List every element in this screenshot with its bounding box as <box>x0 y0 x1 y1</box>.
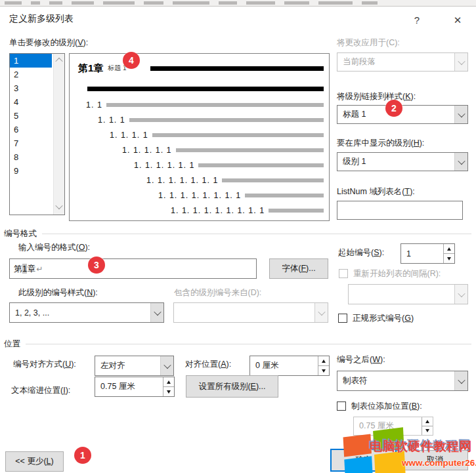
chevron-down-icon[interactable] <box>454 371 467 390</box>
close-icon[interactable]: ✕ <box>448 12 467 29</box>
apply-to-combobox: 当前段落 <box>337 52 468 72</box>
annotation-badge-2: 2 <box>385 100 402 117</box>
level-item-7[interactable]: 7 <box>10 136 52 150</box>
page-root: 定义新多级列表 ? ✕ 单击要修改的级别(V): 1 2 3 4 5 6 7 8… <box>0 0 476 473</box>
preview-row: 1. 1. 1. 1 <box>110 129 324 140</box>
restart-combobox <box>348 284 468 304</box>
preview-row: 1. 1. 1. 1. 1. 1. 1 <box>146 175 324 186</box>
gallery-level-label: 要在库中显示的级别(H): <box>337 138 424 149</box>
spin-up-icon[interactable] <box>444 244 454 253</box>
link-style-label: 将级别链接到样式(K): <box>337 91 416 102</box>
add-tab-stop-checkbox[interactable] <box>337 401 346 411</box>
preview-row: 1. 1. 1. 1. 1. 1 <box>134 159 324 171</box>
help-icon[interactable]: ? <box>407 12 427 29</box>
number-alignment-label: 编号对齐方式(U): <box>13 359 76 370</box>
level-item-5[interactable]: 5 <box>10 109 52 123</box>
background-ribbon-sliver <box>0 0 476 7</box>
format-label: 输入编号的格式(O): <box>18 242 90 253</box>
number-alignment-combobox[interactable]: 左对齐 <box>95 356 174 376</box>
list-preview: 第1章 标题 1 1. 1 1. 1. 1 1. 1. 1. 1 1. 1. 1… <box>69 53 330 221</box>
level-item-6[interactable]: 6 <box>10 123 52 136</box>
chevron-down-icon[interactable] <box>454 106 467 123</box>
scroll-down-icon[interactable] <box>55 202 62 209</box>
include-level-label: 包含的级别编号来自(D): <box>174 287 261 298</box>
position-group-header: 位置 <box>4 339 471 350</box>
preview-row: 1. 1. 1. 1. 1. 1. 1. 1. 1 <box>171 205 324 216</box>
level-item-1[interactable]: 1 <box>10 54 52 68</box>
chevron-down-icon[interactable] <box>150 303 163 322</box>
chevron-down-icon <box>314 303 328 322</box>
annotation-badge-3: 3 <box>88 257 105 274</box>
chevron-down-icon[interactable] <box>454 153 467 171</box>
level-item-8[interactable]: 8 <box>10 150 52 164</box>
spin-up-icon[interactable] <box>163 377 174 386</box>
legal-numbering-label: 正规形式编号(G) <box>353 313 414 324</box>
text-indent-label: 文本缩进位置(I): <box>11 385 70 396</box>
start-number-label: 起始编号(S): <box>338 247 384 258</box>
number-style-combobox[interactable]: 1, 2, 3, ... <box>9 302 164 323</box>
restart-label: 重新开始列表的间隔(R): <box>353 268 441 279</box>
aligned-at-label: 对齐位置(A): <box>185 359 231 370</box>
watermark-site-name: 电脑软硬件教程网 <box>370 438 471 455</box>
preview-row: 1. 1. 1. 1. 1. 1. 1. 1 <box>158 190 324 201</box>
preview-row: 1. 1 <box>86 99 324 110</box>
listnum-input[interactable] <box>337 201 463 220</box>
preview-level1-row: 第1章 标题 1 <box>78 60 324 76</box>
listnum-label: ListNum 域列表名(T): <box>337 186 415 197</box>
level-item-4[interactable]: 4 <box>10 95 52 109</box>
follow-number-combobox[interactable]: 制表符 <box>337 371 468 391</box>
apply-to-label: 将更改应用于(C): <box>337 37 400 49</box>
font-button[interactable]: 字体(F)... <box>269 258 328 279</box>
preview-level1-row2 <box>87 87 324 91</box>
restart-checkbox <box>339 269 348 278</box>
preview-level1-number: 第1章 <box>78 62 103 75</box>
spin-down-icon[interactable] <box>444 253 454 263</box>
aligned-at-spinner[interactable]: 0 厘米 <box>249 356 330 376</box>
annotation-badge-1: 1 <box>74 447 91 464</box>
spin-down-icon[interactable] <box>318 365 329 375</box>
level-listbox[interactable]: 1 2 3 4 5 6 7 8 9 <box>9 53 65 215</box>
include-level-combobox <box>173 302 328 323</box>
preview-row: 1. 1. 1. 1. 1 <box>122 144 324 155</box>
level-item-2[interactable]: 2 <box>10 68 52 81</box>
number-style-label: 此级别的编号样式(N): <box>18 287 98 298</box>
annotation-badge-4: 4 <box>123 52 140 69</box>
spin-up-icon <box>422 417 433 426</box>
chevron-down-icon[interactable] <box>160 356 173 375</box>
level-item-3[interactable]: 3 <box>10 81 52 95</box>
add-tab-stop-label: 制表位添加位置(B): <box>351 401 422 412</box>
return-mark-icon: ↵ <box>36 264 43 274</box>
scroll-up-icon[interactable] <box>55 58 62 65</box>
less-button[interactable]: << 更少(L) <box>5 451 64 472</box>
spin-down-icon[interactable] <box>163 386 174 396</box>
set-for-all-levels-button[interactable]: 设置所有级别(E)... <box>186 375 278 398</box>
start-number-spinner[interactable]: 1 <box>400 243 455 264</box>
preview-row: 1. 1. 1 <box>98 114 324 125</box>
follow-number-label: 编号之后(W): <box>337 354 385 365</box>
number-format-group-header: 编号格式 <box>4 228 471 239</box>
chevron-down-icon <box>454 53 467 71</box>
number-format-input[interactable]: 第1章↵ <box>9 258 257 279</box>
chevron-down-icon <box>454 285 467 304</box>
number-field-token: 1 <box>22 264 27 274</box>
dialog-title: 定义新多级列表 <box>9 13 74 25</box>
preview-text-bar <box>150 66 324 71</box>
legal-numbering-checkbox[interactable] <box>338 314 347 323</box>
link-style-combobox[interactable]: 标题 1 <box>337 105 468 124</box>
gallery-level-combobox[interactable]: 级别 1 <box>337 152 468 171</box>
spin-down-icon <box>422 426 433 435</box>
listbox-scrollbar[interactable] <box>53 54 64 215</box>
spin-up-icon[interactable] <box>318 356 329 365</box>
define-multilevel-list-dialog: 定义新多级列表 ? ✕ 单击要修改的级别(V): 1 2 3 4 5 6 7 8… <box>0 7 476 473</box>
watermark-site-url: www.computer26.com <box>402 458 476 468</box>
level-picker-label: 单击要修改的级别(V): <box>9 37 88 49</box>
level-item-9[interactable]: 9 <box>10 164 52 178</box>
text-indent-spinner[interactable]: 0.75 厘米 <box>95 377 175 397</box>
